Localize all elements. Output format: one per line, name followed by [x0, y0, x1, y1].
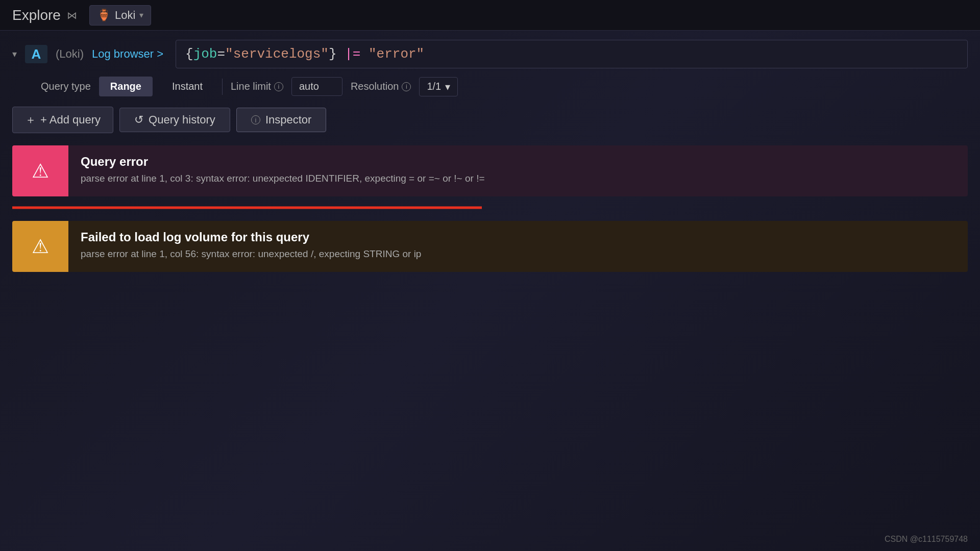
query-string: "error": [369, 46, 424, 62]
red-annotation-line: [12, 205, 968, 211]
options-row: Query type Range Instant Line limit i Re…: [12, 73, 968, 103]
warning-title: Failed to load log volume for this query: [81, 230, 955, 244]
explore-title: Explore: [12, 7, 61, 23]
query-key: job: [193, 46, 217, 62]
datasource-tag: (Loki): [56, 47, 84, 61]
warning-message: parse error at line 1, col 56: syntax er…: [81, 248, 955, 260]
loki-icon: 🏺: [97, 9, 111, 22]
query-type-label: Query type: [41, 81, 91, 92]
datasource-name: Loki: [115, 9, 135, 22]
line-limit-input[interactable]: [291, 77, 342, 96]
resolution-chevron-icon: ▾: [445, 81, 450, 93]
error-message: parse error at line 1, col 3: syntax err…: [81, 173, 955, 184]
share-icon[interactable]: ⋈: [67, 9, 77, 21]
log-browser-link[interactable]: Log browser >: [92, 47, 163, 61]
warning-triangle-icon: ⚠: [32, 235, 49, 258]
resolution-select[interactable]: 1/1 ▾: [419, 77, 458, 96]
error-triangle-icon: ⚠: [32, 160, 49, 182]
resolution-info-icon[interactable]: i: [402, 82, 411, 91]
query-brace-close: }: [329, 46, 337, 62]
query-brace-open: {: [185, 46, 193, 62]
query-error-card: ⚠ Query error parse error at line 1, col…: [12, 145, 968, 196]
inspector-button[interactable]: i Inspector: [236, 108, 327, 132]
query-editor[interactable]: {job="servicelogs"} |= "error": [176, 40, 968, 68]
page-title: Explore ⋈: [12, 7, 77, 23]
line-limit-label: Line limit i: [231, 81, 283, 92]
range-tab[interactable]: Range: [99, 77, 153, 96]
line-limit-info-icon[interactable]: i: [274, 82, 283, 91]
query-label: A: [25, 45, 47, 63]
main-content: ▾ A (Loki) Log browser > {job="servicelo…: [0, 31, 980, 272]
error-icon-box: ⚠: [12, 145, 68, 196]
resolution-label: Resolution i: [351, 81, 411, 92]
datasource-selector[interactable]: 🏺 Loki ▾: [89, 5, 151, 26]
warning-content: Failed to load log volume for this query…: [68, 221, 968, 269]
query-history-button[interactable]: ↺ Query history: [119, 108, 230, 132]
add-query-button[interactable]: ＋ + Add query: [12, 107, 113, 133]
chevron-down-icon: ▾: [139, 10, 143, 20]
query-operator: |=: [345, 46, 360, 62]
query-row: ▾ A (Loki) Log browser > {job="servicelo…: [12, 31, 968, 73]
error-title: Query error: [81, 155, 955, 169]
actions-row: ＋ + Add query ↺ Query history i Inspecto…: [12, 103, 968, 145]
collapse-icon[interactable]: ▾: [12, 48, 17, 60]
history-icon: ↺: [134, 113, 143, 127]
query-value: "servicelogs": [225, 46, 329, 62]
warning-icon-box: ⚠: [12, 221, 68, 272]
inspector-info-icon: i: [251, 115, 260, 124]
divider: [222, 79, 223, 95]
instant-tab[interactable]: Instant: [161, 77, 214, 96]
top-bar: Explore ⋈ 🏺 Loki ▾: [0, 0, 980, 31]
plus-icon: ＋: [25, 112, 36, 128]
error-content: Query error parse error at line 1, col 3…: [68, 145, 968, 193]
warning-card: ⚠ Failed to load log volume for this que…: [12, 221, 968, 272]
query-equals: =: [217, 46, 225, 62]
watermark: CSDN @c1115759748: [885, 535, 968, 544]
